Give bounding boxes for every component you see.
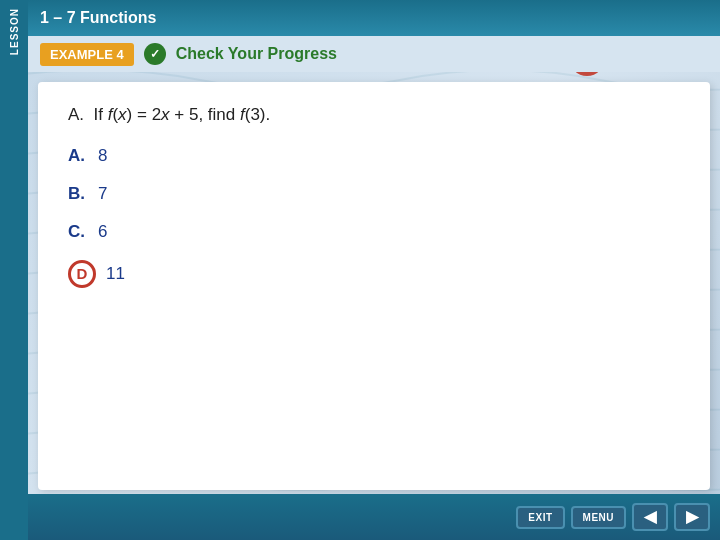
left-sidebar-bar: LESSON bbox=[0, 0, 28, 540]
answer-option-a[interactable]: A. 8 bbox=[68, 146, 680, 166]
section-title: Check Your Progress bbox=[176, 45, 337, 63]
answer-letter-d: D bbox=[68, 260, 96, 288]
top-header: 1 – 7 Functions bbox=[28, 0, 720, 36]
answer-value-b: 7 bbox=[98, 184, 107, 204]
answer-letter-a: A. bbox=[68, 146, 88, 166]
prev-button[interactable]: ◀ bbox=[632, 503, 668, 532]
answer-option-c[interactable]: C. 6 bbox=[68, 222, 680, 242]
menu-button[interactable]: MENU bbox=[571, 506, 626, 529]
example-label: EXAMPLE 4 bbox=[40, 43, 134, 66]
example-banner: EXAMPLE 4 ✓ Check Your Progress bbox=[28, 36, 720, 72]
answer-option-b[interactable]: B. 7 bbox=[68, 184, 680, 204]
exit-button[interactable]: EXIT bbox=[516, 506, 564, 529]
answer-value-c: 6 bbox=[98, 222, 107, 242]
answer-value-a: 8 bbox=[98, 146, 107, 166]
answer-value-d: 11 bbox=[106, 264, 125, 284]
answer-letter-b: B. bbox=[68, 184, 88, 204]
question-text: A. If f(x) = 2x + 5, find f(3). bbox=[68, 102, 680, 128]
check-circle-icon: ✓ bbox=[144, 43, 166, 65]
main-content-area: A. If f(x) = 2x + 5, find f(3). A. 8 B. … bbox=[38, 82, 710, 490]
bottom-nav-bar: EXIT MENU ◀ ▶ bbox=[28, 494, 720, 540]
next-button[interactable]: ▶ bbox=[674, 503, 710, 532]
question-label: A. If f(x) = 2x + 5, find f(3). bbox=[68, 105, 270, 124]
header-title: 1 – 7 Functions bbox=[40, 9, 156, 27]
lesson-label-container: LESSON bbox=[0, 0, 28, 540]
answer-letter-c: C. bbox=[68, 222, 88, 242]
lesson-label: LESSON bbox=[9, 8, 20, 55]
answer-option-d[interactable]: D 11 bbox=[68, 260, 680, 288]
